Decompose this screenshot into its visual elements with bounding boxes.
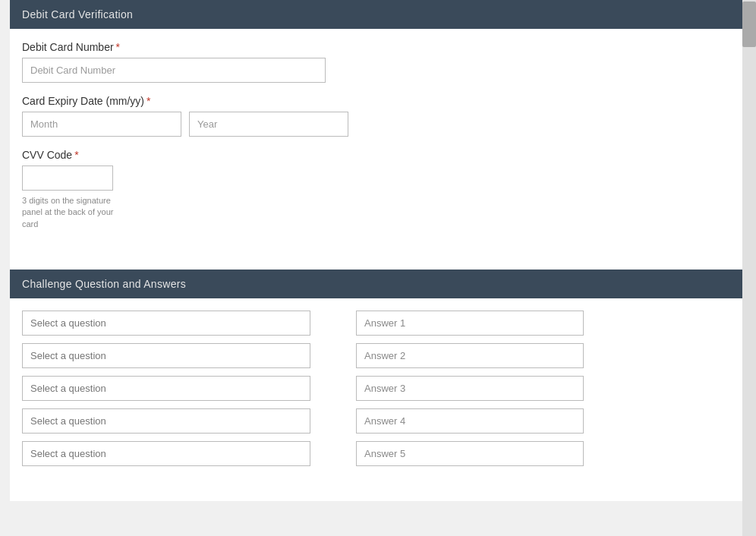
question-select-3[interactable] <box>22 376 310 401</box>
challenge-row <box>22 441 734 466</box>
card-number-required: * <box>116 41 120 53</box>
challenge-title: Challenge Question and Answers <box>22 278 186 290</box>
cvv-field-group: CVV Code* 3 digits on the signature pane… <box>22 149 734 230</box>
card-number-field-group: Debit Card Number* <box>22 41 734 83</box>
answer-input-3[interactable] <box>356 376 584 401</box>
card-number-input[interactable] <box>22 58 326 83</box>
debit-card-section-body: Debit Card Number* Card Expiry Date (mm/… <box>10 29 746 254</box>
challenge-section-header: Challenge Question and Answers <box>10 270 746 298</box>
challenge-row <box>22 408 734 434</box>
answer-input-1[interactable] <box>356 311 584 336</box>
question-select-2[interactable] <box>22 343 310 368</box>
debit-card-title: Debit Card Verification <box>22 8 133 20</box>
cvv-required: * <box>74 149 78 161</box>
challenge-row <box>22 343 734 368</box>
card-number-label: Debit Card Number* <box>22 41 734 53</box>
expiry-year-input[interactable] <box>189 112 348 137</box>
challenge-row <box>22 311 734 336</box>
question-select-1[interactable] <box>22 311 310 336</box>
expiry-row <box>22 112 734 137</box>
scrollbar[interactable] <box>742 0 756 536</box>
answer-input-4[interactable] <box>356 408 584 434</box>
challenge-row <box>22 376 734 401</box>
expiry-required: * <box>146 95 150 107</box>
cvv-label: CVV Code* <box>22 149 734 161</box>
scrollbar-thumb[interactable] <box>742 2 756 47</box>
expiry-label: Card Expiry Date (mm/yy)* <box>22 95 734 107</box>
answer-input-5[interactable] <box>356 441 584 466</box>
question-select-5[interactable] <box>22 441 310 466</box>
expiry-field-group: Card Expiry Date (mm/yy)* <box>22 95 734 137</box>
expiry-month-input[interactable] <box>22 112 181 137</box>
debit-card-section-header: Debit Card Verification <box>10 0 746 29</box>
challenge-rows <box>10 298 746 478</box>
cvv-input[interactable] <box>22 166 113 191</box>
cvv-hint: 3 digits on the signature panel at the b… <box>22 195 128 230</box>
answer-input-2[interactable] <box>356 343 584 368</box>
question-select-4[interactable] <box>22 408 310 434</box>
